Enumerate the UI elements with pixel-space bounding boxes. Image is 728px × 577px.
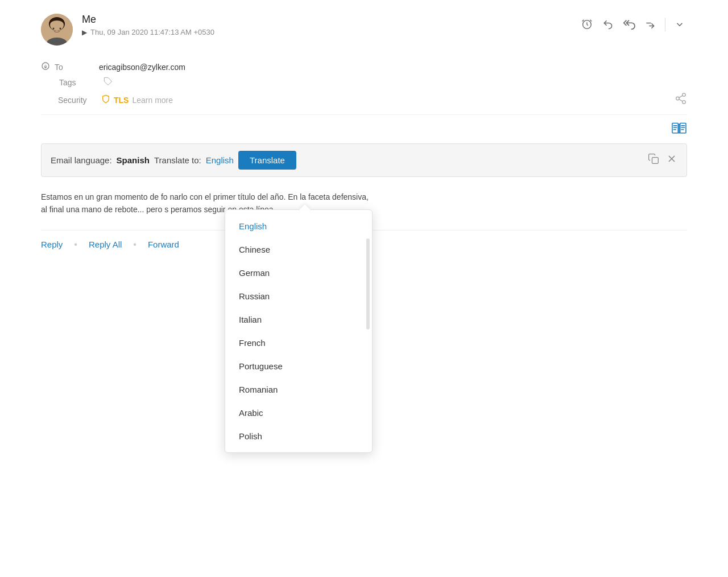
dropdown-scrollbar[interactable] [366,238,370,329]
expand-icon[interactable] [41,61,50,72]
avatar [41,14,73,46]
to-email: ericagibson@zylker.com [99,63,185,72]
language-dropdown: EnglishChineseGermanRussianItalianFrench… [225,209,373,453]
body-text-1: Estamos en un gran momento de fo [41,192,168,201]
svg-rect-3 [53,33,60,38]
tag-icon[interactable] [104,77,113,88]
svg-rect-16 [680,123,686,133]
dropdown-arrow [299,204,311,210]
toolbar-area [41,115,687,143]
dropdown-item-romanian[interactable]: Romanian [225,378,372,401]
dropdown-list: EnglishChineseGermanRussianItalianFrench… [225,210,372,452]
translate-to-dropdown[interactable]: English [206,155,234,165]
email-language-label: Email language: [51,155,112,165]
tags-label: Tags [59,78,99,87]
svg-point-10 [682,93,686,97]
svg-line-13 [679,99,682,101]
to-label: To [55,63,94,72]
learn-more-link[interactable]: Learn more [132,96,173,105]
dropdown-item-french[interactable]: French [225,331,372,355]
share-button[interactable] [675,92,687,108]
translate-book-button[interactable] [671,122,687,139]
dropdown-item-italian[interactable]: Italian [225,308,372,331]
reply-button[interactable] [600,17,616,32]
dropdown-item-russian[interactable]: Russian [225,285,372,308]
svg-line-14 [679,96,682,98]
svg-point-12 [682,101,686,104]
svg-point-11 [676,97,680,100]
security-label: Security [58,96,98,105]
body-text-3: al final una mano de rebote... pero s [41,205,168,214]
divider [665,18,665,31]
body-text-2: narlo con el primer título del año. En l… [169,192,368,201]
shield-icon [101,94,110,105]
sender-name: Me [82,14,214,26]
svg-rect-15 [672,123,678,133]
svg-rect-18 [652,158,659,164]
separator-1: • [74,240,77,250]
svg-point-6 [60,28,61,30]
translation-bar: Email language: Spanish Translate to: En… [41,143,687,177]
forward-action-button[interactable]: Forward [139,240,188,249]
close-translation-button[interactable] [666,153,677,167]
reply-action-button[interactable]: Reply [41,240,72,249]
remind-button[interactable] [578,16,595,33]
copy-translation-button[interactable] [648,153,659,167]
dropdown-item-english[interactable]: English [225,215,372,238]
dropdown-item-german[interactable]: German [225,261,372,285]
dropdown-item-portuguese[interactable]: Portuguese [225,355,372,378]
more-options-button[interactable] [672,17,687,32]
dropdown-item-chinese[interactable]: Chinese [225,238,372,261]
reply-all-button[interactable] [621,16,638,33]
tls-badge: TLS [114,96,129,105]
email-language-value: Spanish [117,155,150,165]
flag-icon: ▶ [82,28,87,36]
dropdown-item-arabic[interactable]: Arabic [225,401,372,424]
translate-to-label: Translate to: [154,155,201,165]
svg-point-5 [53,28,55,30]
reply-all-action-button[interactable]: Reply All [80,240,131,249]
email-date: Thu, 09 Jan 2020 11:47:13 AM +0530 [90,28,214,36]
translate-button[interactable]: Translate [238,151,296,170]
meta-section: To ericagibson@zylker.com Tags Security [41,55,687,115]
forward-button[interactable] [642,17,658,32]
dropdown-item-polish[interactable]: Polish [225,424,372,448]
separator-2: • [133,240,136,250]
